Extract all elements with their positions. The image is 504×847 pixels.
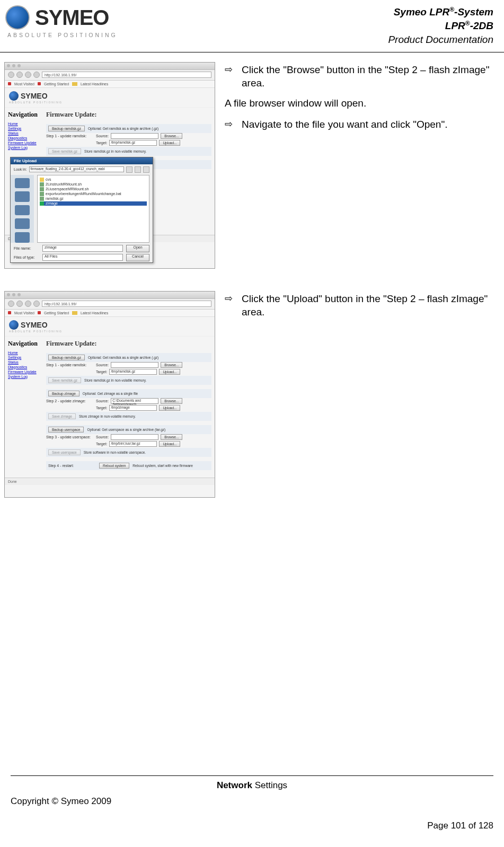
note3-text: Store software in non-volatile userspace… — [84, 451, 146, 454]
opt3-text: Optional: Get userspace as a single arch… — [87, 428, 165, 431]
getting-started-icon — [38, 311, 41, 314]
mydocs-icon — [15, 205, 30, 216]
mycomputer-icon — [15, 218, 30, 229]
step3-label: Step 3 - update userspace: — [46, 435, 94, 439]
step1-label: Step 1 - update ramdisk: — [46, 363, 94, 367]
step-row-2: http://192.168.1.99/ Most Visited Gettin… — [4, 291, 493, 498]
network-icon — [15, 232, 30, 243]
src-label: Source: — [96, 399, 109, 403]
file-list: cvs 2LinstruxMRMount.sh 2LiuserspaceMRMo… — [37, 175, 149, 243]
view-icon — [143, 166, 149, 173]
page-footer: Network Settings Copyright © Symeo 2009 … — [0, 775, 504, 831]
bm-most-visited: Most Visited — [14, 82, 34, 86]
file-item-selected: zImage — [46, 201, 58, 205]
instruction-text: Click the "Browse" button in the "Step 2… — [242, 63, 493, 90]
file-item: 2LiuserspaceMRMount.sh — [46, 187, 89, 191]
nav-home: Home — [8, 351, 43, 355]
reload-icon — [25, 72, 31, 78]
lookin-folder: firmware_floating_2.6.20.4_gcc412_crunch… — [29, 166, 124, 172]
upload-button: Upload... — [159, 441, 180, 447]
browse-button: Browse... — [161, 398, 182, 404]
fw-heading: Firmware Update: — [46, 111, 211, 119]
copyright: Copyright © Symeo 2009 — [11, 796, 493, 807]
reg-mark: ® — [449, 6, 454, 13]
most-visited-icon — [8, 311, 11, 314]
logo-tagline: ABSOLUTE POSITIONING — [5, 32, 118, 38]
backup-userspace-button: Backup userspace — [48, 427, 84, 433]
file-item: exportvorbereitungenMRundMountchange.bat — [46, 192, 121, 196]
note1-text: Store ramdisk.gz in non-volatile memory. — [84, 378, 146, 382]
nav-log: System Log — [8, 146, 43, 149]
nav-status: Status — [8, 360, 43, 364]
content: http://192.168.1.99/ Most Visited Gettin… — [0, 52, 504, 498]
filetype-label: Files of type: — [14, 255, 39, 259]
step1-label: Step 1 - update ramdisk: — [46, 134, 94, 138]
mini-logo-icon — [9, 320, 19, 330]
instruction-text: Click the "Upload" button in the "Step 2… — [242, 292, 493, 319]
mini-logo-icon — [9, 91, 19, 101]
reg-mark2: ® — [465, 20, 470, 27]
fwd-icon — [16, 72, 23, 78]
opt4-text: Reboot system, start with new firmware — [132, 464, 192, 467]
mini-logo-text: SYMEO — [21, 321, 48, 329]
tgt-label: Target: — [96, 141, 107, 145]
open-button: Open — [126, 245, 149, 252]
nav-home: Home — [8, 122, 43, 126]
instruction-plain: A file browser window will open. — [225, 96, 493, 110]
page-number: Page 101 of 128 — [11, 820, 493, 831]
upload-button: Upload... — [159, 140, 180, 146]
browse-button: Browse... — [161, 133, 182, 139]
mini-logo-tag: ABSOLUTE POSITIONING — [9, 330, 210, 333]
title-line2b: -2DB — [470, 20, 493, 31]
nav-heading: Navigation — [8, 340, 43, 348]
url-bar: http://192.168.1.99/ — [42, 301, 211, 307]
reload-icon — [25, 301, 31, 307]
nav-diag: Diagnostics — [8, 136, 43, 140]
nav-status: Status — [8, 131, 43, 135]
up-icon — [126, 166, 132, 173]
bm-headlines: Latest Headlines — [81, 311, 108, 315]
reboot-button: Reboot system — [99, 463, 129, 469]
nav-settings: Settings — [8, 127, 43, 130]
tgt1-val: /tmp/ramdisk.gz — [109, 369, 157, 375]
upload-button: Upload... — [159, 369, 180, 375]
title-line1a: Symeo LPR — [394, 6, 450, 17]
arrow-icon: ⇨ — [225, 63, 235, 90]
recent-icon — [15, 178, 30, 189]
logo-icon — [5, 5, 30, 30]
bm-getting-started: Getting Started — [44, 311, 69, 315]
mini-nav: Navigation Home Settings Status Diagnost… — [5, 337, 46, 478]
src-label: Source: — [96, 435, 109, 439]
note1-text: Store ramdisk.gz in non-volatile memory. — [84, 149, 146, 153]
step2-label: Step 2 - update zImage: — [46, 399, 94, 403]
instructions-1: ⇨Click the "Browse" button in the "Step … — [225, 62, 493, 138]
opt1-text: Optional: Get ramdisk as a single archiv… — [88, 127, 158, 130]
desktop-icon — [15, 191, 30, 202]
url-bar: http://192.168.1.99/ — [42, 72, 211, 78]
logo-block: SYMEO ABSOLUTE POSITIONING — [5, 5, 118, 38]
nav-settings: Settings — [8, 356, 43, 359]
footer-section-rest: Settings — [252, 780, 287, 790]
step-row-1: http://192.168.1.99/ Most Visited Gettin… — [4, 62, 493, 269]
headlines-icon — [72, 82, 77, 86]
cancel-button: Cancel — [126, 254, 149, 261]
bm-headlines: Latest Headlines — [81, 82, 108, 86]
backup-ramdisk-button: Backup ramdisk.gz — [48, 126, 85, 131]
bm-getting-started: Getting Started — [44, 82, 69, 86]
save3-button: Save userspace — [48, 449, 81, 455]
logo-text: SYMEO — [35, 7, 109, 28]
dialog-title: File Upload — [11, 157, 153, 164]
home-icon — [33, 72, 40, 78]
fw-heading: Firmware Update: — [46, 340, 211, 348]
back-icon — [8, 301, 14, 307]
opt1-text: Optional: Get ramdisk as a single archiv… — [88, 356, 158, 359]
browse-button: Browse... — [161, 434, 182, 440]
arrow-icon: ⇨ — [225, 118, 235, 131]
filetype-input: All Files — [42, 254, 123, 261]
nav-diag: Diagnostics — [8, 365, 43, 369]
file-item: 2LinstruxMRMount.sh — [46, 182, 82, 186]
headlines-icon — [72, 311, 77, 315]
doc-title: Symeo LPR®-System LPR®-2DB Product Docum… — [388, 5, 493, 47]
bm-most-visited: Most Visited — [14, 311, 34, 315]
save1-button: Save ramdisk.gz — [48, 377, 81, 383]
